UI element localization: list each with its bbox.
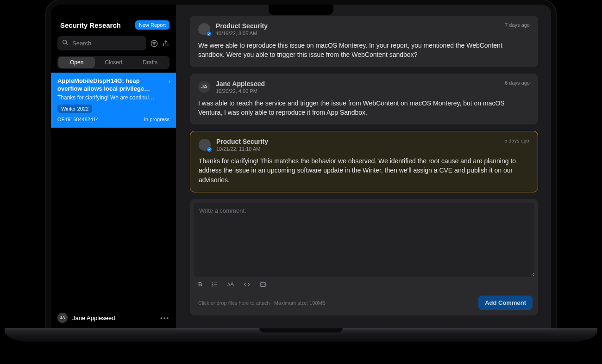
svg-point-9	[212, 283, 213, 283]
new-report-button[interactable]: New Report	[135, 20, 169, 30]
sidebar-footer: JA Jane Appleseed •••	[51, 307, 176, 328]
comment-header: ✓ Product Security 10/21/22, 11:10 AM 5 …	[199, 138, 529, 152]
avatar: JA	[198, 81, 210, 93]
filter-icon[interactable]	[150, 39, 158, 48]
status-tabs: Open Closed Drafts	[57, 56, 169, 69]
avatar: ✓	[199, 139, 211, 151]
user-chip[interactable]: JA Jane Appleseed	[57, 313, 115, 323]
comment-ago: 7 days ago	[505, 22, 530, 28]
report-item[interactable]: › AppleMobileDispH14G: heap overflow all…	[51, 73, 176, 128]
verified-badge-icon: ✓	[206, 31, 212, 37]
comment: ✓ Product Security 10/19/22, 8:05 AM 7 d…	[190, 16, 538, 67]
user-name: Jane Appleseed	[72, 315, 115, 321]
comment-meta: Jane Appleseed 10/20/22, 4:00 PM	[216, 80, 499, 94]
compose-toolbar: B AA	[190, 280, 538, 292]
text-size-icon[interactable]: AA	[227, 281, 234, 289]
comment-body: Thanks for clarifying! This matches the …	[199, 156, 529, 185]
comment-timestamp: 10/19/22, 8:05 AM	[216, 31, 499, 36]
chevron-right-icon: ›	[169, 78, 170, 85]
bold-icon[interactable]: B	[198, 281, 202, 289]
sidebar-header: Security Research New Report	[51, 18, 176, 34]
comment-timestamp: 10/21/22, 11:10 AM	[216, 146, 499, 152]
comment-author: Product Security	[216, 138, 499, 145]
comment-header: JA Jane Appleseed 10/20/22, 4:00 PM 6 da…	[198, 80, 530, 94]
report-id: OE191684482414	[57, 117, 99, 122]
verified-badge-icon: ✓	[207, 147, 212, 152]
report-title: AppleMobileDispH14G: heap overflow allow…	[57, 77, 169, 93]
comment-body: I was able to reach the service and trig…	[198, 99, 530, 117]
laptop-base	[5, 328, 597, 342]
report-badge: Winter 2022	[57, 105, 92, 113]
tab-closed[interactable]: Closed	[95, 57, 132, 68]
comment-body: We were able to reproduce this issue on …	[198, 41, 530, 60]
search-row	[51, 34, 176, 54]
compose-box: B AA Click or drop files here t	[190, 199, 538, 315]
comment-header: ✓ Product Security 10/19/22, 8:05 AM 7 d…	[198, 22, 530, 36]
avatar-initials: JA	[201, 84, 207, 89]
report-status: In progress	[144, 117, 169, 122]
comment-author: Jane Appleseed	[216, 80, 499, 87]
compose-footer: Click or drop files here to attach · Max…	[190, 292, 538, 315]
comment-ago: 5 days ago	[504, 138, 529, 143]
svg-point-0	[63, 40, 67, 44]
svg-point-10	[212, 284, 213, 284]
search-input[interactable]	[72, 40, 142, 47]
attach-hint[interactable]: Click or drop files here to attach · Max…	[198, 300, 326, 306]
list-icon[interactable]	[212, 281, 218, 289]
report-list: › AppleMobileDispH14G: heap overflow all…	[51, 73, 176, 307]
svg-line-1	[66, 43, 68, 45]
report-preview: Thanks for clarifying! We are continui…	[57, 94, 169, 101]
sidebar: Security Research New Report	[51, 5, 176, 328]
comment-meta: Product Security 10/19/22, 8:05 AM	[216, 22, 499, 36]
report-meta: OE191684482414 In progress	[57, 117, 169, 122]
avatar: JA	[57, 313, 68, 323]
add-comment-button[interactable]: Add Comment	[478, 296, 533, 310]
share-icon[interactable]	[162, 40, 169, 47]
code-icon[interactable]	[243, 281, 251, 289]
app-window: Security Research New Report	[51, 5, 551, 328]
laptop-frame: Security Research New Report	[46, 0, 556, 342]
notch	[269, 5, 333, 15]
comment-ago: 6 days ago	[505, 80, 530, 86]
main-content: ✓ Product Security 10/19/22, 8:05 AM 7 d…	[176, 5, 551, 328]
tab-open[interactable]: Open	[58, 57, 95, 68]
app-title: Security Research	[57, 21, 121, 29]
comment-timestamp: 10/20/22, 4:00 PM	[216, 88, 499, 94]
tab-drafts[interactable]: Drafts	[132, 57, 169, 68]
code-block-icon[interactable]	[260, 281, 266, 289]
more-icon[interactable]: •••	[160, 315, 169, 321]
avatar: ✓	[198, 23, 210, 35]
search-icon	[62, 39, 69, 47]
app-title-text: Security Research	[60, 21, 121, 29]
comment-meta: Product Security 10/21/22, 11:10 AM	[216, 138, 499, 152]
comment-author: Product Security	[216, 22, 499, 30]
search-box[interactable]	[57, 36, 146, 50]
comment-highlighted: ✓ Product Security 10/21/22, 11:10 AM 5 …	[190, 131, 538, 192]
comment-textarea[interactable]	[194, 203, 534, 277]
svg-point-11	[212, 286, 213, 286]
laptop-screen: Security Research New Report	[46, 0, 556, 328]
comment: JA Jane Appleseed 10/20/22, 4:00 PM 6 da…	[190, 74, 538, 125]
